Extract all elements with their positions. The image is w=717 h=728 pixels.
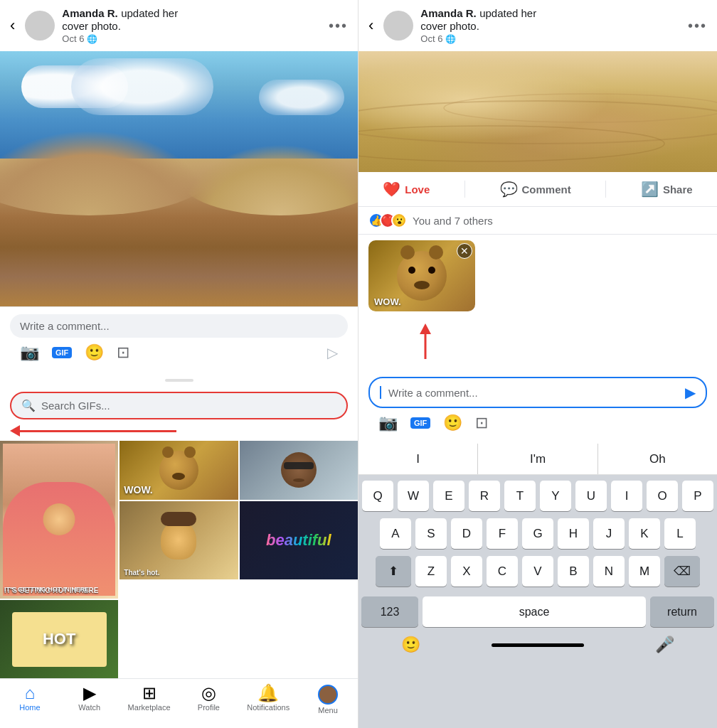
gif-search-input[interactable]: Search GIFs... bbox=[41, 400, 336, 412]
key-Z[interactable]: Z bbox=[415, 556, 447, 587]
gif-search-bar[interactable]: 🔍 Search GIFs... bbox=[10, 392, 348, 419]
nav-watch[interactable]: ▶ Watch bbox=[60, 685, 120, 724]
more-button-left[interactable]: ••• bbox=[329, 18, 348, 34]
key-Y[interactable]: Y bbox=[540, 481, 571, 511]
key-N[interactable]: N bbox=[593, 556, 625, 587]
key-H[interactable]: H bbox=[558, 518, 589, 549]
gif-item-hot[interactable]: HOT bbox=[0, 600, 118, 678]
key-D[interactable]: D bbox=[451, 518, 482, 549]
gif-item-bear-wow[interactable]: WOW. bbox=[120, 441, 238, 500]
key-T[interactable]: T bbox=[504, 481, 536, 511]
notifications-icon: 🔔 bbox=[257, 685, 279, 702]
love-button[interactable]: ❤️ Love bbox=[368, 175, 444, 203]
shift-key[interactable]: ⬆ bbox=[376, 556, 411, 587]
key-B[interactable]: B bbox=[558, 556, 589, 587]
key-J[interactable]: J bbox=[593, 518, 625, 549]
key-K[interactable]: K bbox=[629, 518, 660, 549]
nav-notifications[interactable]: 🔔 Notifications bbox=[238, 685, 298, 724]
sticker-icon-right[interactable]: ⊡ bbox=[475, 414, 488, 432]
microphone-icon[interactable]: 🎤 bbox=[655, 636, 674, 654]
svg-point-0 bbox=[358, 101, 717, 144]
key-W[interactable]: W bbox=[398, 481, 429, 511]
emoji-icon-left[interactable]: 🙂 bbox=[85, 343, 104, 362]
gif-button-left[interactable]: GIF bbox=[52, 347, 72, 358]
key-row-2: A S D F G H J K L bbox=[361, 518, 714, 549]
emoji-keyboard-icon[interactable]: 🙂 bbox=[401, 636, 420, 654]
arrow-up-container bbox=[358, 317, 717, 371]
keyboard-rows: Q W E R T Y U I O P A S D F G H J K bbox=[358, 475, 717, 592]
cloud-decoration-3 bbox=[259, 80, 344, 115]
divider-1 bbox=[464, 181, 465, 198]
key-V[interactable]: V bbox=[522, 556, 553, 587]
numbers-key[interactable]: 123 bbox=[361, 596, 418, 627]
dunes-decoration bbox=[0, 159, 358, 306]
space-key[interactable]: space bbox=[423, 596, 646, 627]
nav-marketplace[interactable]: ⊞ Marketplace bbox=[120, 685, 179, 724]
dune-curve-1 bbox=[0, 130, 213, 215]
nav-menu[interactable]: Menu bbox=[298, 685, 358, 724]
key-A[interactable]: A bbox=[380, 518, 411, 549]
back-button-right[interactable]: ‹ bbox=[368, 16, 373, 35]
hot-sign: HOT bbox=[12, 612, 107, 667]
bear-eye-left bbox=[408, 267, 415, 274]
suggestion-Im[interactable]: I'm bbox=[478, 444, 598, 474]
key-Q[interactable]: Q bbox=[362, 481, 393, 511]
camera-icon-left[interactable]: 📷 bbox=[20, 343, 39, 362]
suggestion-I[interactable]: I bbox=[358, 444, 478, 474]
key-M[interactable]: M bbox=[629, 556, 660, 587]
bear-ear-right-sm bbox=[184, 446, 196, 458]
gif-item-beautiful[interactable]: beautiful bbox=[240, 501, 358, 579]
key-X[interactable]: X bbox=[451, 556, 482, 587]
key-S[interactable]: S bbox=[415, 518, 447, 549]
key-I[interactable]: I bbox=[611, 481, 642, 511]
close-gif-button[interactable]: ✕ bbox=[457, 243, 472, 259]
nav-marketplace-label: Marketplace bbox=[128, 703, 171, 712]
globe-icon-right: 🌐 bbox=[445, 34, 456, 44]
key-P[interactable]: P bbox=[682, 481, 713, 511]
nav-home[interactable]: ⌂ Home bbox=[0, 685, 60, 724]
bear-eyes-preview bbox=[397, 267, 447, 274]
gif-preview-container: WOW. ✕ bbox=[368, 240, 475, 311]
camera-icon-right[interactable]: 📷 bbox=[378, 414, 398, 432]
comment-area-left: Write a comment... 📷 GIF 🙂 ⊡ ▷ bbox=[0, 306, 358, 375]
comment-button[interactable]: 💬 Comment bbox=[486, 175, 585, 203]
svg-point-2 bbox=[444, 94, 717, 122]
nav-profile[interactable]: ◎ Profile bbox=[179, 685, 238, 724]
back-button-left[interactable]: ‹ bbox=[10, 16, 15, 35]
reaction-emojis: 👍 ❤️ 😮 bbox=[368, 213, 403, 228]
send-button-left[interactable]: ▷ bbox=[327, 344, 338, 361]
comment-input-right[interactable]: Write a comment... ▶ bbox=[368, 377, 707, 408]
key-E[interactable]: E bbox=[433, 481, 464, 511]
gif-button-right[interactable]: GIF bbox=[410, 417, 430, 429]
comment-placeholder-right: Write a comment... bbox=[388, 387, 679, 399]
arrowhead-left bbox=[10, 425, 20, 437]
gif-search-section: 🔍 Search GIFs... IT'S GETTING HOT IN HER… bbox=[0, 386, 358, 678]
suggestion-Oh[interactable]: Oh bbox=[598, 444, 717, 474]
key-G[interactable]: G bbox=[522, 518, 553, 549]
key-R[interactable]: R bbox=[469, 481, 500, 511]
key-F[interactable]: F bbox=[487, 518, 518, 549]
share-button[interactable]: ↗️ Share bbox=[627, 175, 707, 203]
key-L[interactable]: L bbox=[664, 518, 696, 549]
love-icon: ❤️ bbox=[383, 181, 400, 198]
backspace-key[interactable]: ⌫ bbox=[664, 556, 700, 587]
comment-placeholder-left[interactable]: Write a comment... bbox=[20, 320, 338, 332]
profile-icon: ◎ bbox=[201, 685, 216, 702]
keyboard-section: I I'm Oh Q W E R T Y U I O P A S bbox=[358, 444, 717, 728]
return-key[interactable]: return bbox=[650, 596, 714, 627]
share-icon: ↗️ bbox=[641, 181, 659, 198]
gif-item-woman[interactable]: IT'S GETTING HOT IN HERE IT'S GETTING HO… bbox=[0, 441, 118, 599]
comment-input-wrap-left[interactable]: Write a comment... bbox=[10, 314, 348, 338]
gif-item-man[interactable] bbox=[240, 441, 358, 500]
comment-icons-row-left: 📷 GIF 🙂 ⊡ ▷ bbox=[10, 338, 348, 368]
emoji-icon-right[interactable]: 🙂 bbox=[443, 414, 462, 432]
key-U[interactable]: U bbox=[575, 481, 607, 511]
sticker-icon-left[interactable]: ⊡ bbox=[117, 343, 129, 362]
cloud-decoration-2 bbox=[71, 58, 213, 115]
gif-item-thats-hot[interactable]: That's hot. bbox=[120, 501, 238, 579]
key-O[interactable]: O bbox=[647, 481, 678, 511]
key-C[interactable]: C bbox=[487, 556, 518, 587]
post-header-left: ‹ Amanda R. updated hercover photo. Oct … bbox=[0, 0, 358, 51]
more-button-right[interactable]: ••• bbox=[688, 18, 707, 34]
send-button-right[interactable]: ▶ bbox=[685, 384, 696, 401]
